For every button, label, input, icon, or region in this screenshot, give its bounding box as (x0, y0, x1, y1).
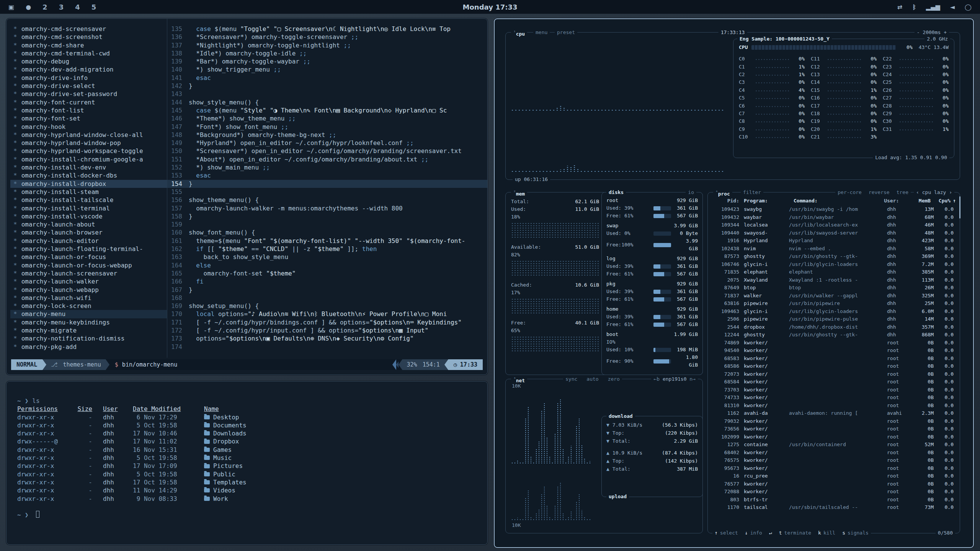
file-item[interactable]: *omarchy-launch-or-focus (10, 253, 167, 261)
code-line[interactable]: 162 if [[ "$theme" == "CNCLD" || -z "$th… (167, 245, 487, 253)
code-line[interactable]: 146 *Theme*) show_theme_menu ;; (167, 114, 487, 122)
col-pid[interactable]: Pid: (712, 197, 739, 205)
proc-footer-action[interactable]: ssignals (842, 529, 869, 537)
process-row[interactable]: 81310 kworker/ root 0B 0.0 (712, 402, 956, 410)
code-line[interactable]: 163 back_to show_style_menu (167, 253, 487, 261)
file-item[interactable]: *omarchy-install-chromium-google-a (10, 155, 167, 163)
process-row[interactable]: 63816 pipewire /usr/bin/pipewire dhh 25M… (712, 300, 956, 308)
launcher-icon[interactable]: ▣ (8, 3, 14, 11)
process-row[interactable]: 1275 containe /usr/bin/containerd root 5… (712, 441, 956, 449)
process-row[interactable]: 2506 pipewire /usr/bin/pipewire-pulse dh… (712, 315, 956, 323)
code-line[interactable]: 143 (167, 90, 487, 98)
file-item[interactable]: *omarchy-debug (10, 57, 167, 65)
file-item[interactable]: *omarchy-drive-select (10, 82, 167, 90)
code-line[interactable]: 170 local options="♪ Audio\n≋ Wifi\nᛒ Bl… (167, 310, 487, 318)
file-item[interactable]: *omarchy-install-vscode (10, 212, 167, 220)
file-item[interactable]: *omarchy-dev-add-migration (10, 65, 167, 73)
workspace-active-icon[interactable]: ● (26, 3, 31, 11)
file-item[interactable]: *omarchy-drive-set-password (10, 90, 167, 98)
code-line[interactable]: 148 *Background*) omarchy-theme-bg-next … (167, 131, 487, 139)
process-row[interactable]: 76575 kworker/ root 0B 0.0 (712, 456, 956, 465)
net-option[interactable]: zero (608, 375, 620, 383)
file-item[interactable]: *omarchy-install-tailscale (10, 196, 167, 204)
code-line[interactable]: 138 *Idle*) omarchy-toggle-idle ;; (167, 49, 487, 57)
process-row[interactable]: 68583 kworker/ root 0B 0.0 (712, 355, 956, 363)
file-item[interactable]: *omarchy-hook (10, 123, 167, 131)
process-row[interactable]: 87649 btop btop dhh 26M 0.0 (712, 284, 956, 292)
process-row[interactable]: 94540 kworker/ root 0B 0.0 (712, 347, 956, 355)
process-row[interactable]: 72088 kworker/ root 0B 0.0 (712, 488, 956, 496)
file-item[interactable]: *omarchy-lock-screen (10, 302, 167, 310)
cpu-menu-option[interactable]: menu (533, 29, 550, 36)
proc-filter-option[interactable]: filter (741, 189, 763, 196)
signal-icon[interactable]: ▂▄▆ (926, 3, 940, 11)
process-row[interactable]: 76577 kworker/ root 0B 0.0 (712, 480, 956, 488)
disks-io-option[interactable]: io (686, 189, 696, 196)
process-row[interactable]: 109440 swayosd- /usr/lib/swayosd-server … (712, 229, 956, 237)
file-item[interactable]: *omarchy-cmd-terminal-cwd (10, 49, 167, 57)
file-item[interactable]: *omarchy-install-steam (10, 188, 167, 196)
code-line[interactable]: 155 (167, 188, 487, 196)
code-line[interactable]: 141 esac (167, 74, 487, 82)
code-line[interactable]: 164 else (167, 261, 487, 269)
code-line[interactable]: 166 fi (167, 277, 487, 285)
proc-footer-action[interactable]: tterminate (779, 529, 811, 537)
process-row[interactable]: 71835 elephant elephant dhh 385M 0.0 (712, 268, 956, 276)
code-line[interactable]: 156show_theme_menu() { (167, 196, 487, 204)
code-editor[interactable]: 135 case $(menu "Toggle" "▢ Screensaver\… (167, 19, 487, 358)
process-row[interactable]: 109432 waybar /usr/bin/waybar dhh 68M 0.… (712, 214, 956, 222)
process-row[interactable]: 16 rcu_pree root 0B 0.0 (712, 472, 956, 480)
process-row[interactable]: 95673 kworker/ root 0B 0.0 (712, 465, 956, 473)
proc-option[interactable]: per-core (838, 189, 862, 196)
net-option[interactable]: auto (586, 375, 598, 383)
file-item[interactable]: *omarchy-launch-about (10, 220, 167, 228)
file-item[interactable]: *omarchy-notification-dismiss (10, 334, 167, 342)
process-row[interactable]: 2544 dropbox /home/dhh/.dropbox-dist dhh… (712, 323, 956, 331)
process-row[interactable]: 73656 kworker/ root 0B 0.0 (712, 425, 956, 433)
file-item[interactable]: *omarchy-font-set (10, 114, 167, 122)
file-item[interactable]: *omarchy-menu-keybindings (10, 318, 167, 326)
file-item[interactable]: *omarchy-install-dropbox (10, 180, 167, 188)
proc-scrollbar[interactable] (959, 196, 960, 218)
process-row[interactable]: 12244 ghostty /usr/bin/ghostty --gtk- dh… (712, 331, 956, 339)
screencast-icon[interactable]: ⇄ (897, 3, 902, 11)
code-line[interactable]: 144show_style_menu() { (167, 98, 487, 106)
proc-footer-action[interactable]: kkill (818, 529, 835, 537)
code-line[interactable]: 169show_setup_menu() { (167, 302, 487, 310)
code-line[interactable]: 171 [ -f ~/.config/hypr/bindings.conf ] … (167, 318, 487, 326)
process-row[interactable]: 74733 kworker/ root 0B 0.0 (712, 394, 956, 402)
process-row[interactable]: 74869 kworker/ root 0B 0.0 (712, 339, 956, 347)
proc-footer-action[interactable]: ↵ (769, 529, 772, 537)
code-line[interactable]: 147 *Font*) show_font_menu ;; (167, 123, 487, 131)
code-line[interactable]: 165 omarchy-font-set "$theme" (167, 269, 487, 277)
proc-sort-selector[interactable]: ‹ cpu lazy › (914, 189, 954, 196)
bluetooth-icon[interactable]: ᛒ (912, 3, 916, 11)
file-item[interactable]: *omarchy-install-docker-dbs (10, 171, 167, 179)
code-line[interactable]: 167} (167, 286, 487, 294)
code-line[interactable]: 136 *Screensaver*) omarchy-toggle-screen… (167, 33, 487, 41)
workspace-button[interactable]: 2 (42, 3, 47, 11)
process-row[interactable]: 72073 kworker/ root 0B 0.0 (712, 370, 956, 378)
process-row[interactable]: 109344 localsea /usr/lib/localsearch-ex … (712, 221, 956, 229)
code-line[interactable]: 149 *Hyprland*) open_in_editor ~/.config… (167, 139, 487, 147)
code-line[interactable]: 160show_font_menu() { (167, 228, 487, 236)
proc-option[interactable]: reverse (869, 189, 890, 196)
code-line[interactable]: 142} (167, 82, 487, 90)
file-item[interactable]: *omarchy-launch-walker (10, 277, 167, 285)
workspace-button[interactable]: 3 (59, 3, 64, 11)
process-row[interactable]: 68586 kworker/ root 0B 0.0 (712, 362, 956, 370)
process-row[interactable]: 73703 kworker/ root 0B 0.0 (712, 386, 956, 394)
prompt-line-active[interactable]: ~❯ (17, 511, 487, 519)
process-row[interactable]: 68584 kworker/ root 0B 0.0 (712, 378, 956, 386)
net-interface[interactable]: ←b enp191s0 n→ (651, 375, 698, 383)
file-item[interactable]: *omarchy-install-terminal (10, 204, 167, 212)
file-item[interactable]: *omarchy-hyprland-window-close-all (10, 131, 167, 139)
file-item[interactable]: *omarchy-launch-webapp (10, 286, 167, 294)
net-option[interactable]: sync (565, 375, 577, 383)
code-line[interactable]: 159 (167, 220, 487, 228)
file-item[interactable]: *omarchy-font-list (10, 106, 167, 114)
file-item[interactable]: *omarchy-launch-wifi (10, 294, 167, 302)
file-item[interactable]: *omarchy-cmd-screensaver (10, 25, 167, 33)
process-row[interactable]: 87573 ghostty /usr/bin/ghostty --gtk- dh… (712, 253, 956, 261)
code-line[interactable]: 172 [ -f ~/.config/hypr/input.conf ] && … (167, 326, 487, 334)
